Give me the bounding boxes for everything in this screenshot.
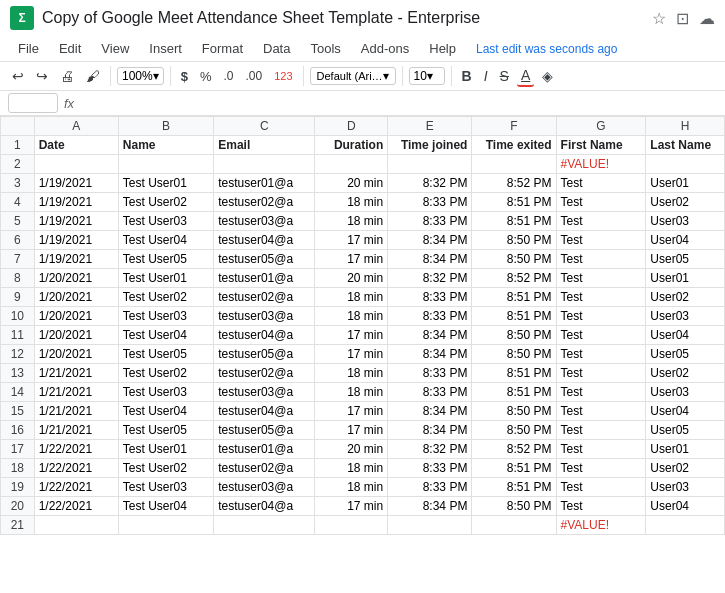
table-cell[interactable]: Test User05 (118, 345, 213, 364)
table-cell[interactable]: 1/19/2021 (34, 231, 118, 250)
table-cell[interactable]: Test (556, 174, 646, 193)
row-header[interactable]: 8 (1, 269, 35, 288)
table-cell[interactable]: 18 min (315, 383, 388, 402)
table-row[interactable]: 121/20/2021Test User05testuser05@a17 min… (1, 345, 725, 364)
table-cell[interactable]: Email (214, 136, 315, 155)
table-row[interactable]: 51/19/2021Test User03testuser03@a18 min8… (1, 212, 725, 231)
table-cell[interactable]: Test User05 (118, 250, 213, 269)
table-cell[interactable]: Test (556, 345, 646, 364)
menu-edit[interactable]: Edit (51, 38, 89, 59)
table-cell[interactable]: 1/22/2021 (34, 459, 118, 478)
row-header[interactable]: 1 (1, 136, 35, 155)
table-cell[interactable]: Test (556, 421, 646, 440)
table-cell[interactable]: 17 min (315, 421, 388, 440)
table-cell[interactable]: testuser03@a (214, 383, 315, 402)
row-header[interactable]: 14 (1, 383, 35, 402)
cloud-icon[interactable]: ☁ (699, 9, 715, 28)
table-cell[interactable]: Test (556, 250, 646, 269)
table-cell[interactable]: testuser02@a (214, 364, 315, 383)
table-cell[interactable]: Test (556, 193, 646, 212)
formula-input[interactable] (80, 96, 717, 110)
table-cell[interactable]: testuser02@a (214, 193, 315, 212)
table-cell[interactable]: 1/21/2021 (34, 383, 118, 402)
table-cell[interactable]: testuser04@a (214, 497, 315, 516)
col-header-d[interactable]: D (315, 117, 388, 136)
font-name-selector[interactable]: Default (Ari… ▾ (310, 67, 396, 85)
table-cell[interactable]: Test (556, 440, 646, 459)
table-cell[interactable] (646, 155, 725, 174)
table-cell[interactable]: Test (556, 326, 646, 345)
table-cell[interactable]: 8:50 PM (472, 250, 556, 269)
table-row[interactable]: 191/22/2021Test User03testuser03@a18 min… (1, 478, 725, 497)
row-header[interactable]: 4 (1, 193, 35, 212)
table-cell[interactable]: First Name (556, 136, 646, 155)
table-cell[interactable]: User04 (646, 497, 725, 516)
table-cell[interactable]: testuser01@a (214, 440, 315, 459)
table-row[interactable]: 181/22/2021Test User02testuser02@a18 min… (1, 459, 725, 478)
italic-button[interactable]: I (480, 66, 492, 86)
table-cell[interactable]: 20 min (315, 269, 388, 288)
col-header-b[interactable]: B (118, 117, 213, 136)
table-cell[interactable]: Test User01 (118, 440, 213, 459)
percent-button[interactable]: % (196, 67, 216, 86)
table-cell[interactable]: 8:50 PM (472, 326, 556, 345)
table-cell[interactable]: Test User05 (118, 421, 213, 440)
table-cell[interactable]: 8:34 PM (388, 402, 472, 421)
col-header-g[interactable]: G (556, 117, 646, 136)
table-cell[interactable]: User04 (646, 326, 725, 345)
table-cell[interactable]: 18 min (315, 459, 388, 478)
table-cell[interactable]: 18 min (315, 364, 388, 383)
table-cell[interactable]: 1/20/2021 (34, 307, 118, 326)
table-cell[interactable]: Test User03 (118, 383, 213, 402)
table-cell[interactable]: Test User02 (118, 459, 213, 478)
table-cell[interactable]: testuser04@a (214, 402, 315, 421)
table-cell[interactable]: testuser03@a (214, 307, 315, 326)
table-cell[interactable]: User03 (646, 383, 725, 402)
col-header-c[interactable]: C (214, 117, 315, 136)
row-header[interactable]: 11 (1, 326, 35, 345)
row-header[interactable]: 5 (1, 212, 35, 231)
star-icon[interactable]: ☆ (652, 9, 666, 28)
last-edit-label[interactable]: Last edit was seconds ago (476, 42, 617, 56)
table-cell[interactable]: 8:50 PM (472, 231, 556, 250)
table-cell[interactable]: Test User01 (118, 269, 213, 288)
menu-insert[interactable]: Insert (141, 38, 190, 59)
table-cell[interactable]: 8:33 PM (388, 383, 472, 402)
table-row[interactable]: 101/20/2021Test User03testuser03@a18 min… (1, 307, 725, 326)
decimal-increase-button[interactable]: .00 (242, 67, 267, 85)
table-row[interactable]: 71/19/2021Test User05testuser05@a17 min8… (1, 250, 725, 269)
spreadsheet-container[interactable]: A B C D E F G H 1DateNameEmailDurationTi… (0, 116, 725, 535)
table-row[interactable]: 81/20/2021Test User01testuser01@a20 min8… (1, 269, 725, 288)
table-cell[interactable]: Test User04 (118, 231, 213, 250)
table-cell[interactable] (214, 155, 315, 174)
table-cell[interactable]: 1/21/2021 (34, 421, 118, 440)
table-cell[interactable]: testuser04@a (214, 326, 315, 345)
table-cell[interactable]: 8:50 PM (472, 345, 556, 364)
table-cell[interactable]: #VALUE! (556, 516, 646, 535)
row-header[interactable]: 6 (1, 231, 35, 250)
table-cell[interactable] (34, 155, 118, 174)
table-cell[interactable] (214, 516, 315, 535)
table-cell[interactable]: Test (556, 231, 646, 250)
table-cell[interactable]: User02 (646, 193, 725, 212)
table-cell[interactable]: testuser04@a (214, 231, 315, 250)
table-cell[interactable]: 1/19/2021 (34, 212, 118, 231)
table-cell[interactable]: testuser05@a (214, 345, 315, 364)
table-cell[interactable]: Test User01 (118, 174, 213, 193)
table-cell[interactable]: 8:51 PM (472, 459, 556, 478)
table-cell[interactable]: 8:33 PM (388, 459, 472, 478)
zoom-selector[interactable]: 100% ▾ (117, 67, 164, 85)
table-cell[interactable]: Duration (315, 136, 388, 155)
table-row[interactable]: 201/22/2021Test User04testuser04@a17 min… (1, 497, 725, 516)
table-row[interactable]: 21#VALUE! (1, 516, 725, 535)
row-header[interactable]: 9 (1, 288, 35, 307)
table-cell[interactable]: User01 (646, 174, 725, 193)
menu-help[interactable]: Help (421, 38, 464, 59)
row-header[interactable]: 21 (1, 516, 35, 535)
table-cell[interactable]: 8:33 PM (388, 288, 472, 307)
table-cell[interactable] (118, 516, 213, 535)
table-cell[interactable]: 20 min (315, 174, 388, 193)
table-cell[interactable]: 8:34 PM (388, 326, 472, 345)
table-cell[interactable]: Test (556, 402, 646, 421)
table-cell[interactable]: 1/22/2021 (34, 497, 118, 516)
